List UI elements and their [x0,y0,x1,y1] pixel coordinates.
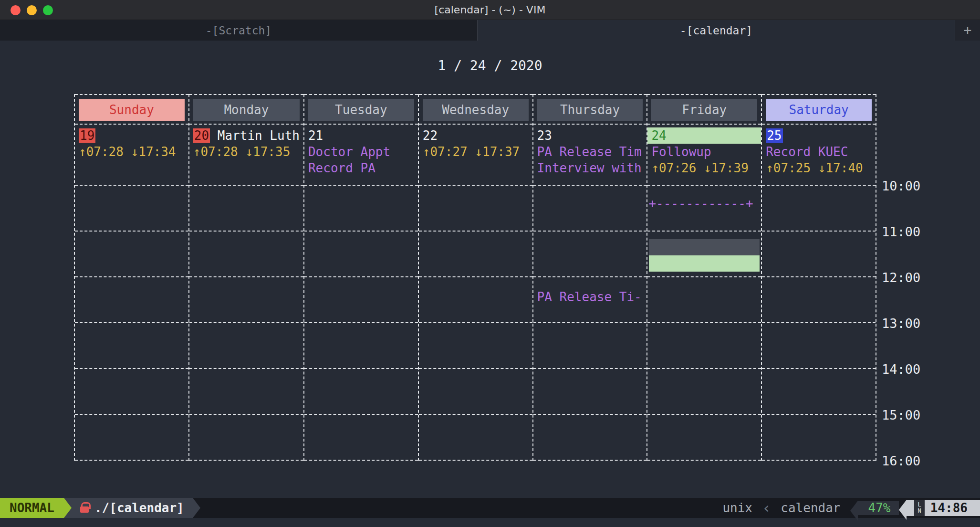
file-segment: ./[calendar] [64,498,193,518]
hour-cell[interactable] [304,323,418,369]
day-cell-wednesday[interactable]: 22 ↑07:27 ↓17:37 [419,125,532,186]
hour-cell[interactable] [533,415,647,461]
day-header-wednesday: Wednesday [419,94,532,125]
day-cell-friday[interactable]: 24 Followup ↑07:26 ↓17:39 [647,125,761,186]
selected-date-badge: 25 [766,128,782,143]
window-title: [calendar] - (~) - VIM [435,4,546,16]
event-label: PA Release Ti- [537,290,642,304]
hour-cell[interactable] [533,323,647,369]
holiday-label: Martin Luth [218,128,300,143]
hour-cell[interactable]: PA Release Ti- [533,277,647,323]
hour-cell[interactable] [647,369,761,415]
cursor-block [649,239,760,255]
day-cell-thursday[interactable]: 23 PA Release Tim Interview with [533,125,647,186]
hour-cell[interactable] [304,369,418,415]
hour-cell[interactable] [75,323,188,369]
time-label: 11:00 [882,224,920,239]
tab-scratch[interactable]: -[Scratch] [0,20,478,41]
hour-cell[interactable] [419,232,532,277]
file-type: calendar [781,501,840,515]
time-label: 14:00 [882,362,920,377]
hour-cell[interactable] [304,277,418,323]
hour-cell[interactable] [533,232,647,277]
date-badge: 21 [308,127,414,144]
hour-cell[interactable] [533,186,647,232]
hour-cell[interactable] [75,232,188,277]
hour-cell[interactable] [189,186,303,232]
sunrise-sunset: ↑07:26 ↓17:39 [651,160,757,176]
hour-cell[interactable] [762,186,876,232]
status-bar: NORMAL ./[calendar] unix ‹ calendar 47% … [0,498,980,518]
hour-cell[interactable] [189,369,303,415]
time-label: 13:00 [882,316,920,331]
lock-icon [80,506,89,513]
hour-cell[interactable] [762,323,876,369]
day-column-friday: Friday 24 Followup ↑07:26 ↓17:39 +------… [646,94,761,461]
event-label: PA Release Tim [537,144,643,160]
hour-cell[interactable] [762,369,876,415]
hour-cell[interactable]: +------------+ [647,186,761,232]
date-badge: 23 [537,127,643,144]
day-cell-saturday[interactable]: 25 Record KUEC ↑07:25 ↓17:40 [762,125,876,186]
hour-cell[interactable] [189,232,303,277]
hour-cell[interactable] [304,186,418,232]
close-button[interactable] [10,5,21,15]
date-badge: 22 [423,127,529,144]
hour-cell[interactable] [189,277,303,323]
calendar-grid: Sunday 19 ↑07:28 ↓17:34 Monday 20 Martin… [74,94,876,461]
mode-indicator: NORMAL [0,498,64,518]
hour-cell[interactable] [189,323,303,369]
hour-cell[interactable] [189,415,303,461]
sunrise-sunset: ↑07:25 ↓17:40 [766,160,872,176]
hour-cell[interactable] [419,323,532,369]
hour-cell[interactable] [304,232,418,277]
sunrise-sunset: ↑07:28 ↓17:34 [79,144,185,160]
traffic-lights [10,5,53,15]
hour-cell[interactable] [647,232,761,277]
day-cell-tuesday[interactable]: 21 Doctor Appt Record PA [304,125,418,186]
minimize-button[interactable] [27,5,37,15]
hour-cell[interactable] [75,369,188,415]
hour-cell[interactable] [533,369,647,415]
date-heading: 1 / 24 / 2020 [0,58,980,74]
hour-cell[interactable] [75,415,188,461]
hour-cell[interactable] [762,232,876,277]
hour-cell[interactable] [419,369,532,415]
hour-cell[interactable] [419,415,532,461]
event-label: Record KUEC [766,144,872,160]
day-cell-monday[interactable]: 20 Martin Luth ↑07:28 ↓17:35 [189,125,303,186]
current-time-block [649,255,760,272]
new-tab-button[interactable]: + [955,20,980,41]
hour-cell[interactable] [75,186,188,232]
hour-cell[interactable] [75,277,188,323]
file-format: unix [722,501,752,515]
hour-cell[interactable] [647,323,761,369]
hour-cell[interactable] [647,277,761,323]
day-header-label: Tuesday [308,99,414,121]
day-cell-sunday[interactable]: 19 ↑07:28 ↓17:34 [75,125,188,186]
day-column-wednesday: Wednesday 22 ↑07:27 ↓17:37 [418,94,532,461]
hour-cell[interactable] [419,277,532,323]
day-column-tuesday: Tuesday 21 Doctor Appt Record PA [303,94,418,461]
hour-cell[interactable] [419,186,532,232]
statusbar-right: unix ‹ calendar 47% L N 14:86 [722,498,980,518]
day-header-saturday: Saturday [762,94,876,125]
day-header-label: Monday [193,99,300,121]
time-label: 10:00 [882,179,920,193]
day-header-label: Sunday [79,99,185,121]
day-header-label: Wednesday [423,99,529,121]
tab-calendar[interactable]: -[calendar] [478,20,955,41]
zoom-button[interactable] [43,5,53,15]
day-header-label: Friday [651,99,757,121]
day-header-tuesday: Tuesday [304,94,418,125]
day-header-sunday: Sunday [75,94,188,125]
day-column-monday: Monday 20 Martin Luth ↑07:28 ↓17:35 [188,94,303,461]
day-header-thursday: Thursday [533,94,647,125]
hour-cell[interactable] [647,415,761,461]
titlebar: [calendar] - (~) - VIM [0,0,980,20]
day-column-thursday: Thursday 23 PA Release Tim Interview wit… [532,94,647,461]
hour-cell[interactable] [304,415,418,461]
hour-cell[interactable] [762,277,876,323]
event-outline: +------------+ [648,196,753,211]
hour-cell[interactable] [762,415,876,461]
